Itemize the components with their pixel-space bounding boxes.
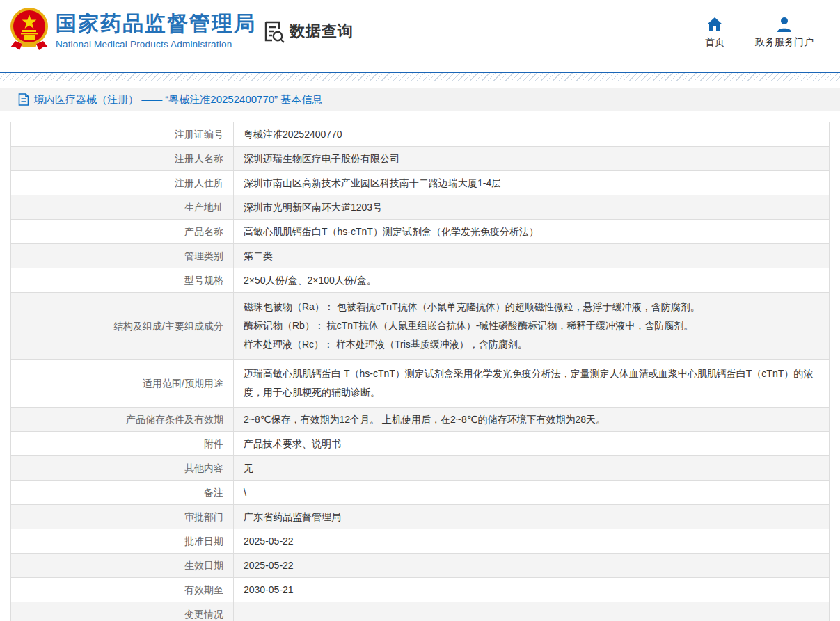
row-value: 深圳市南山区高新技术产业园区科技南十二路迈瑞大厦1-4层 [234,171,830,195]
row-label: 生产地址 [11,195,234,220]
row-label: 管理类别 [11,244,234,268]
row-value: 磁珠包被物（Ra）： 包被着抗cTnT抗体（小鼠单克隆抗体）的超顺磁性微粒，悬浮… [234,293,830,360]
table-row: 产品储存条件及有效期2~8℃保存，有效期为12个月。 上机使用后，在2~8℃的储… [11,408,830,432]
site-title: 国家药品监督管理局 [56,11,256,36]
info-table-body: 注册证编号粤械注准20252400770注册人名称深圳迈瑞生物医疗电子股份有限公… [11,122,830,621]
national-emblem-logo [7,6,51,52]
row-value: 深圳市光明新区南环大道1203号 [234,195,830,220]
row-label: 产品储存条件及有效期 [11,408,234,432]
row-value: 2025-05-22 [234,554,830,578]
user-icon [776,17,793,32]
nav-portal-label: 政务服务门户 [755,36,814,49]
table-row: 生效日期2025-05-22 [11,554,830,578]
data-query-label: 数据查询 [290,21,354,42]
row-label: 注册人名称 [11,147,234,171]
site-subtitle: National Medical Products Administration [56,39,256,49]
row-label: 注册人住所 [11,171,234,195]
table-row: 审批部门广东省药品监督管理局 [11,505,830,529]
row-value: 2×50人份/盒、2×100人份/盒。 [234,268,830,293]
scope-paragraph: 迈瑞高敏心肌肌钙蛋白 T（hs-cTnT）测定试剂盒采用化学发光免疫分析法，定量… [244,364,819,402]
registration-info-table-wrap: 注册证编号粤械注准20252400770注册人名称深圳迈瑞生物医疗电子股份有限公… [10,122,830,621]
table-row: 其他内容无 [11,456,830,481]
table-row: 注册人名称深圳迈瑞生物医疗电子股份有限公司 [11,147,830,171]
row-label: 有效期至 [11,578,234,602]
row-label: 备注 [11,481,234,505]
document-icon [18,93,29,106]
top-navigation: 首页 政务服务门户 [705,17,814,49]
row-label: 适用范围/预期用途 [11,360,234,408]
row-value: 第二类 [234,244,830,268]
row-label: 审批部门 [11,505,234,529]
table-row: 注册人住所深圳市南山区高新技术产业园区科技南十二路迈瑞大厦1-4层 [11,171,830,195]
table-row: 附件产品技术要求、说明书 [11,432,830,456]
nav-home-label: 首页 [705,36,724,49]
site-titles: 国家药品监督管理局 National Medical Products Admi… [56,11,256,49]
row-label: 批准日期 [11,529,234,554]
row-value: 无 [234,456,830,481]
breadcrumb: 境内医疗器械（注册） —— “粤械注准20252400770” 基本信息 [0,88,840,111]
table-row: 变更情况 [11,602,830,621]
row-label: 生效日期 [11,554,234,578]
row-label: 其他内容 [11,456,234,481]
data-query-section[interactable]: 数据查询 [262,19,354,43]
table-row: 备注\ [11,481,830,505]
row-value: 粤械注准20252400770 [234,122,830,147]
row-label: 注册证编号 [11,122,234,147]
row-value [234,602,830,621]
table-row: 型号规格2×50人份/盒、2×100人份/盒。 [11,268,830,293]
row-value: 高敏心肌肌钙蛋白T（hs-cTnT）测定试剂盒（化学发光免疫分析法） [234,220,830,244]
row-value: 迈瑞高敏心肌肌钙蛋白 T（hs-cTnT）测定试剂盒采用化学发光免疫分析法，定量… [234,360,830,408]
table-row: 管理类别第二类 [11,244,830,268]
table-row: 结构及组成/主要组成成分磁珠包被物（Ra）： 包被着抗cTnT抗体（小鼠单克隆抗… [11,293,830,360]
row-value: 2~8℃保存，有效期为12个月。 上机使用后，在2~8℃的储存环境下有效期为28… [234,408,830,432]
table-row: 有效期至2030-05-21 [11,578,830,602]
table-row: 产品名称高敏心肌肌钙蛋白T（hs-cTnT）测定试剂盒（化学发光免疫分析法） [11,220,830,244]
header: 国家药品监督管理局 National Medical Products Admi… [0,0,840,72]
table-row: 批准日期2025-05-22 [11,529,830,554]
row-label: 型号规格 [11,268,234,293]
row-value: 广东省药品监督管理局 [234,505,830,529]
header-divider [0,72,840,81]
composition-line: 磁珠包被物（Ra）： 包被着抗cTnT抗体（小鼠单克隆抗体）的超顺磁性微粒，悬浮… [244,298,819,316]
row-label: 结构及组成/主要组成成分 [11,293,234,360]
row-value: 深圳迈瑞生物医疗电子股份有限公司 [234,147,830,171]
table-row: 注册证编号粤械注准20252400770 [11,122,830,147]
breadcrumb-text: 境内医疗器械（注册） —— “粤械注准20252400770” 基本信息 [34,93,322,106]
row-value: 2025-05-22 [234,529,830,554]
row-label: 附件 [11,432,234,456]
row-label: 产品名称 [11,220,234,244]
row-value: 2030-05-21 [234,578,830,602]
row-value: 产品技术要求、说明书 [234,432,830,456]
registration-info-table: 注册证编号粤械注准20252400770注册人名称深圳迈瑞生物医疗电子股份有限公… [10,122,830,621]
table-row: 适用范围/预期用途迈瑞高敏心肌肌钙蛋白 T（hs-cTnT）测定试剂盒采用化学发… [11,360,830,408]
row-value: \ [234,481,830,505]
nav-item-portal[interactable]: 政务服务门户 [755,17,814,49]
data-query-icon [262,19,285,43]
home-icon [706,17,723,32]
table-row: 生产地址深圳市光明新区南环大道1203号 [11,195,830,220]
composition-line: 酶标记物（Rb）： 抗cTnT抗体（人鼠重组嵌合抗体）-碱性磷酸酶标记物，稀释于… [244,316,819,335]
composition-line: 样本处理液（Rc）： 样本处理液（Tris基质缓冲液），含防腐剂。 [244,335,819,354]
nav-item-home[interactable]: 首页 [705,17,724,49]
row-label: 变更情况 [11,602,234,621]
